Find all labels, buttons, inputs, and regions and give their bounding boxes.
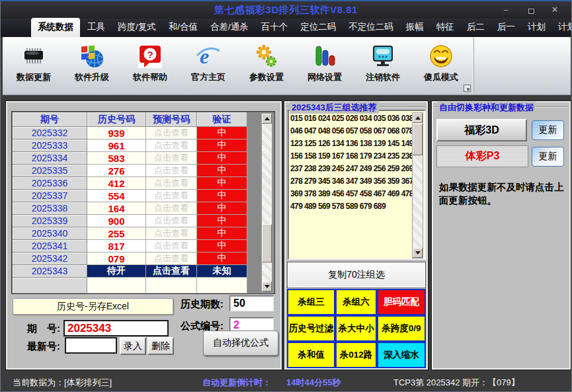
update-button-2[interactable]: 更新: [532, 147, 564, 167]
verify-cell: 中: [197, 240, 247, 253]
tab-13[interactable]: 计划: [522, 18, 551, 37]
content-area: 期号 历史号码 预测号码 验证 2025332939点击查看中202533396…: [1, 95, 572, 392]
toolbar: 数据更新: [3, 37, 571, 95]
verify-cell: 中: [197, 253, 247, 265]
number-cell: 817: [87, 240, 146, 253]
tab-4[interactable]: 和/合值: [163, 18, 203, 37]
minimize-button[interactable]: –: [499, 4, 513, 16]
tab-12[interactable]: 后一: [492, 18, 520, 37]
data-update-button[interactable]: 数据更新: [5, 38, 63, 95]
kill-button-3[interactable]: 胆码匹配: [377, 289, 426, 315]
update-note: 如果数据更新不及时请点击上面更新按钮。: [439, 180, 567, 207]
network-settings-button[interactable]: 网络设置: [296, 38, 354, 95]
predict-link[interactable]: 点击查看: [146, 202, 197, 215]
verify-cell: 中: [197, 177, 247, 190]
period-cell: 2025339: [13, 215, 87, 227]
kill-button-7[interactable]: 杀和值: [287, 342, 335, 368]
software-help-button[interactable]: ? 软件帮助: [121, 38, 179, 95]
tab-6[interactable]: 百十个: [256, 18, 294, 37]
tab-7[interactable]: 定位二码: [295, 18, 341, 37]
close-button[interactable]: ✕: [548, 4, 562, 16]
restore-button[interactable]: [524, 4, 538, 16]
period-input[interactable]: 2025343: [63, 320, 169, 336]
toolbar-items: 数据更新: [5, 38, 473, 95]
period-cell: 2025340: [13, 227, 87, 240]
period-cell: 2025336: [13, 177, 87, 190]
fucai-3d-button[interactable]: 福彩3D: [436, 119, 527, 141]
empty-cell: [13, 278, 87, 294]
table-scrollbar[interactable]: [261, 113, 272, 292]
history-count-input[interactable]: 50: [229, 295, 274, 311]
predict-link[interactable]: 点击查看: [146, 265, 197, 278]
kill-button-4[interactable]: 历史号过滤: [287, 315, 335, 342]
official-home-button[interactable]: e 官方主页: [179, 38, 237, 95]
logout-software-button[interactable]: 注销软件: [354, 38, 412, 95]
tab-5[interactable]: 合差/通杀: [205, 18, 254, 37]
copy-70-button[interactable]: 复制70注组选: [287, 262, 426, 288]
save-excel-button[interactable]: 历史号-另存Excel: [13, 298, 173, 315]
history-panel: 期号 历史号码 预测号码 验证 2025332939点击查看中202533396…: [6, 101, 282, 370]
scroll-up-icon[interactable]: [262, 114, 272, 124]
record-button[interactable]: 录入: [120, 337, 146, 355]
tab-11[interactable]: 后二: [462, 18, 490, 37]
tab-1[interactable]: 系统数据: [31, 18, 80, 37]
verify-cell: 中: [197, 190, 247, 202]
gears-icon: [253, 42, 280, 70]
predict-link[interactable]: 点击查看: [146, 253, 197, 265]
toolbar-expand-icon[interactable]: [464, 85, 471, 92]
update-button-1[interactable]: 更新: [532, 120, 564, 140]
column-header-predict: 预测号码: [146, 112, 197, 127]
kill-button-2[interactable]: 杀组六: [335, 289, 377, 315]
recommended-numbers-box[interactable]: 015 016 024 025 026 034 035 036 038 046 …: [288, 110, 426, 260]
ie-home-icon: e: [194, 42, 222, 70]
tab-10[interactable]: 特征: [431, 18, 460, 37]
software-upgrade-button[interactable]: 软件升级: [63, 38, 121, 95]
delete-button[interactable]: 删除: [147, 337, 174, 355]
logout-monitor-icon: [369, 42, 397, 70]
number-cell: 900: [87, 215, 146, 227]
predict-link[interactable]: 点击查看: [146, 139, 197, 152]
predict-link[interactable]: 点击查看: [146, 215, 197, 227]
tab-3[interactable]: 跨度/复式: [112, 18, 161, 37]
predict-link[interactable]: 点击查看: [146, 190, 197, 202]
predict-link[interactable]: 点击查看: [146, 127, 197, 139]
number-cell: 412: [87, 177, 146, 190]
scrollbar-thumb[interactable]: [262, 224, 272, 262]
predict-link[interactable]: 点击查看: [146, 165, 197, 177]
toolbar-group: 数据更新: [5, 38, 474, 95]
latest-number-input[interactable]: [65, 337, 117, 354]
scrollbar-thumb[interactable]: [413, 124, 423, 155]
predict-link[interactable]: 点击查看: [146, 227, 197, 240]
period-cell: 2025342: [13, 253, 87, 265]
scroll-up-icon[interactable]: [413, 113, 423, 123]
kill-button-8[interactable]: 杀012路: [335, 342, 377, 368]
tab-14[interactable]: 计划2: [553, 18, 572, 37]
toolbar-item-label: 软件升级: [75, 71, 109, 83]
predict-link[interactable]: 点击查看: [146, 177, 197, 190]
svg-text:?: ?: [147, 49, 153, 60]
kill-button-6[interactable]: 杀跨度0/9: [377, 315, 426, 342]
predict-link[interactable]: 点击查看: [146, 240, 197, 253]
scroll-down-icon[interactable]: [413, 248, 423, 258]
recommendation-title: 2025343后三组选推荐: [290, 102, 379, 114]
scroll-down-icon[interactable]: [262, 282, 272, 292]
period-label: 期 号:: [27, 323, 60, 335]
tab-8[interactable]: 不定位二码: [343, 18, 399, 37]
tab-2[interactable]: 工具: [82, 18, 110, 37]
empty-cell: [146, 278, 197, 294]
tab-9[interactable]: 振幅: [401, 18, 429, 37]
latest-draw-status: TCP3第 2025342 期开：【079】: [393, 377, 520, 389]
predict-link[interactable]: 点击查看: [146, 152, 197, 165]
numbers-scrollbar[interactable]: [412, 112, 423, 258]
simple-mode-button[interactable]: 傻瓜模式: [412, 38, 470, 95]
table-row: 2025334583点击查看中: [13, 152, 248, 165]
parameter-settings-button[interactable]: 参数设置: [237, 38, 296, 95]
auto-formula-button[interactable]: 自动择优公式: [203, 331, 278, 356]
ticai-p3-button[interactable]: 体彩P3: [436, 145, 528, 167]
period-cell: 2025333: [13, 139, 87, 152]
kill-button-9[interactable]: 深入缩水: [377, 342, 426, 368]
kill-button-5[interactable]: 杀大中小: [335, 315, 377, 342]
chip-icon: [20, 42, 48, 70]
number-cell: 554: [87, 190, 146, 202]
kill-button-1[interactable]: 杀组三: [287, 289, 335, 315]
